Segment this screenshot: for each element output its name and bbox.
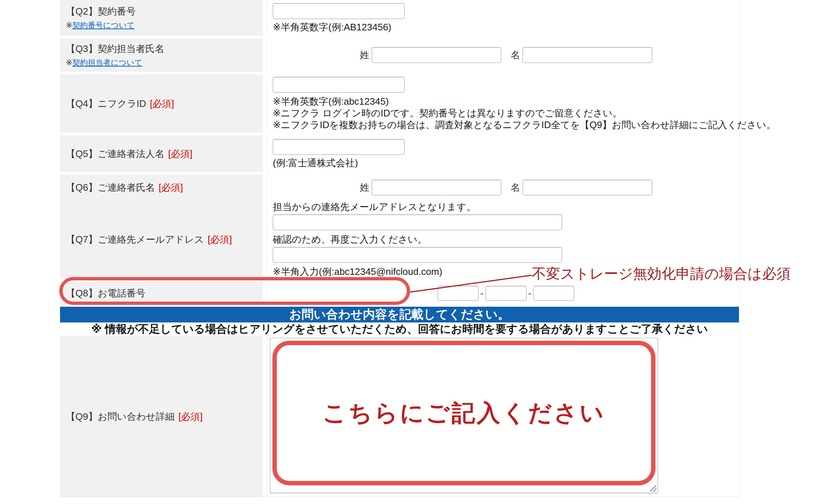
q8-label: 【Q8】お電話番号 bbox=[66, 287, 263, 299]
q5-content-cell: (例:富士通株式会社) bbox=[267, 135, 739, 172]
q5-company-name-input[interactable] bbox=[273, 139, 405, 155]
q3-link-prefix: ※ bbox=[66, 58, 73, 67]
q7-instruction-2: 確認のため、再度ご入力ください。 bbox=[273, 234, 739, 245]
q9-required-badge: [必須] bbox=[178, 411, 202, 422]
q3-first-name-input[interactable] bbox=[523, 47, 652, 63]
q6-content-cell: 姓 名 bbox=[267, 175, 739, 200]
q8-phone-separator-2: - bbox=[528, 288, 532, 299]
table-bottom-border bbox=[60, 497, 739, 497]
q2-contract-number-input[interactable] bbox=[273, 3, 405, 19]
q5-hint: (例:富士通株式会社) bbox=[273, 157, 739, 169]
q8-phone-part3-input[interactable] bbox=[533, 286, 574, 301]
q8-label-text: 【Q8】お電話番号 bbox=[66, 288, 145, 299]
q8-phone-part1-input[interactable] bbox=[438, 286, 479, 301]
q3-sublink: ※契約担当者について bbox=[66, 57, 263, 68]
q9-label: 【Q9】お問い合わせ詳細[必須] bbox=[66, 410, 263, 423]
q2-content-cell: ※半角英数字(例:AB123456) bbox=[267, 0, 739, 36]
q2-label-text: 【Q2】契約番号 bbox=[66, 6, 136, 17]
q8-content-cell: - - bbox=[267, 281, 739, 305]
q2-label-cell: 【Q2】契約番号 ※契約番号について bbox=[60, 0, 263, 36]
q4-hint-3: ※ニフクラIDを複数お持ちの場合は、調査対象となるニフクラID全てを【Q9】お問… bbox=[273, 119, 739, 131]
q6-label-cell: 【Q6】ご連絡者氏名[必須] bbox=[60, 175, 263, 200]
q9-label-cell: 【Q9】お問い合わせ詳細[必須] bbox=[60, 336, 263, 497]
q3-first-name-label: 名 bbox=[511, 49, 520, 61]
q4-hint-1: ※半角英数字(例:abc12345) bbox=[273, 96, 739, 107]
q3-label: 【Q3】契約担当者氏名 bbox=[66, 42, 263, 55]
q5-required-badge: [必須] bbox=[168, 148, 192, 159]
q6-first-name-input[interactable] bbox=[523, 180, 652, 195]
q4-content-cell: ※半角英数字(例:abc12345) ※ニフクラ ログイン時のIDです。契約番号… bbox=[267, 74, 739, 133]
q7-label-cell: 【Q7】ご連絡先メールアドレス[必須] bbox=[60, 199, 263, 279]
q2-contract-number-link[interactable]: 契約番号について bbox=[73, 21, 135, 29]
q6-label-text: 【Q6】ご連絡者氏名 bbox=[66, 182, 155, 193]
q5-label-cell: 【Q5】ご連絡者法人名[必須] bbox=[60, 135, 263, 172]
q6-required-badge: [必須] bbox=[159, 182, 183, 193]
q7-required-badge: [必須] bbox=[208, 234, 232, 245]
q4-nifcloud-id-input[interactable] bbox=[273, 77, 405, 93]
q3-last-name-input[interactable] bbox=[372, 47, 501, 63]
q7-label-text: 【Q7】ご連絡先メールアドレス bbox=[66, 234, 204, 245]
q3-label-text: 【Q3】契約担当者氏名 bbox=[66, 43, 164, 54]
q2-hint: ※半角英数字(例:AB123456) bbox=[273, 21, 739, 33]
q7-instruction-1: 担当からの連絡先メールアドレスとなります。 bbox=[273, 201, 739, 212]
q5-label-text: 【Q5】ご連絡者法人名 bbox=[66, 148, 164, 159]
q2-label: 【Q2】契約番号 bbox=[66, 5, 263, 18]
q7-email-confirm-input[interactable] bbox=[273, 247, 562, 263]
q3-label-cell: 【Q3】契約担当者氏名 ※契約担当者について bbox=[60, 38, 263, 72]
q7-email-input[interactable] bbox=[273, 214, 562, 230]
q2-link-prefix: ※ bbox=[66, 21, 73, 29]
q6-label: 【Q6】ご連絡者氏名[必須] bbox=[66, 181, 263, 194]
q9-label-text: 【Q9】お問い合わせ詳細 bbox=[66, 411, 175, 422]
q9-detail-textarea[interactable] bbox=[270, 338, 658, 493]
q4-hint-2: ※ニフクラ ログイン時のIDです。契約番号とは異なりますのでご留意ください。 bbox=[273, 107, 739, 119]
table-right-border bbox=[739, 0, 739, 497]
q8-phone-part2-input[interactable] bbox=[486, 286, 527, 301]
q2-sublink: ※契約番号について bbox=[66, 20, 263, 31]
q3-content-cell: 姓 名 bbox=[267, 38, 739, 72]
q7-label: 【Q7】ご連絡先メールアドレス[必須] bbox=[66, 233, 263, 246]
inquiry-form-page: 【Q2】契約番号 ※契約番号について ※半角英数字(例:AB123456) 【Q… bbox=[0, 0, 814, 504]
q3-contract-person-link[interactable]: 契約担当者について bbox=[73, 58, 142, 67]
q8-label-cell: 【Q8】お電話番号 bbox=[60, 281, 263, 305]
q8-annotation-text: 不変ストレージ無効化申請の場合は必須 bbox=[532, 265, 791, 283]
q5-label: 【Q5】ご連絡者法人名[必須] bbox=[66, 148, 263, 160]
q3-last-name-label: 姓 bbox=[360, 49, 369, 61]
q4-label-cell: 【Q4】ニフクラID[必須] bbox=[60, 74, 263, 133]
section-header-note: ※ 情報が不足している場合はヒアリングをさせていただくため、回答にお時間を要する… bbox=[60, 322, 739, 336]
section-header-bar: お問い合わせ内容を記載してください。 bbox=[60, 307, 739, 322]
q4-required-badge: [必須] bbox=[150, 98, 174, 109]
q8-phone-separator-1: - bbox=[480, 288, 484, 299]
q4-label: 【Q4】ニフクラID[必須] bbox=[66, 97, 263, 110]
q6-first-name-label: 名 bbox=[511, 181, 520, 194]
q6-last-name-label: 姓 bbox=[360, 181, 369, 194]
resize-handle-icon[interactable] bbox=[650, 485, 657, 492]
q6-last-name-input[interactable] bbox=[372, 180, 501, 195]
q4-label-text: 【Q4】ニフクラID bbox=[66, 98, 146, 109]
